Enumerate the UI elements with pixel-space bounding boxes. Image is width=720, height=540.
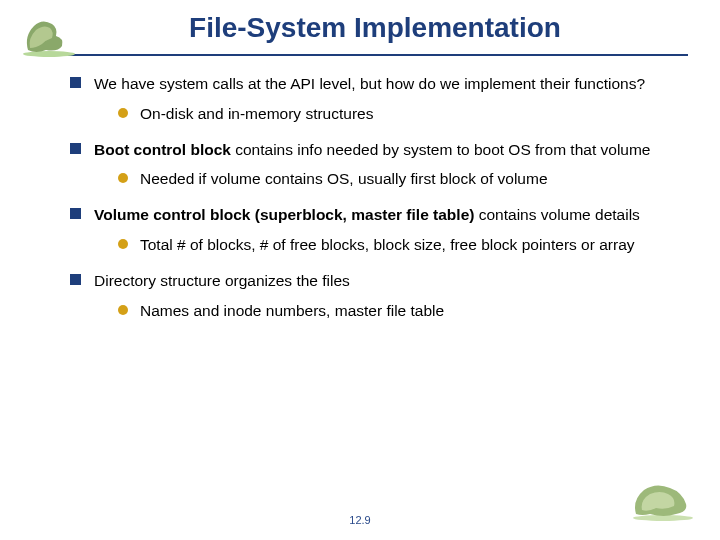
subbullet-text: Total # of blocks, # of free blocks, blo… <box>140 236 635 253</box>
subbullet-block-details: Total # of blocks, # of free blocks, blo… <box>118 235 670 255</box>
slide-number: 12.9 <box>0 514 720 526</box>
bullet-text: contains info needed by system to boot O… <box>235 141 650 158</box>
subbullet-text: On-disk and in-memory structures <box>140 105 373 122</box>
slide-header: File-System Implementation <box>0 0 720 56</box>
bullet-boot-control-block: Boot control block contains info needed … <box>70 140 670 190</box>
bullet-text: Directory structure organizes the files <box>94 272 350 289</box>
bullet-text: contains volume details <box>479 206 640 223</box>
svg-point-0 <box>23 51 75 57</box>
title-underline <box>32 54 688 56</box>
bold-term: Boot control block <box>94 141 235 158</box>
subbullet-text: Needed if volume contains OS, usually fi… <box>140 170 548 187</box>
subbullet-os-volume: Needed if volume contains OS, usually fi… <box>118 169 670 189</box>
dinosaur-logo-top-icon <box>18 16 80 58</box>
slide-title: File-System Implementation <box>0 12 720 44</box>
bullet-text: We have system calls at the API level, b… <box>94 75 645 92</box>
slide-content: We have system calls at the API level, b… <box>0 56 720 321</box>
slide: File-System Implementation We have syste… <box>0 0 720 540</box>
bullet-api-level: We have system calls at the API level, b… <box>70 74 670 124</box>
bullet-volume-control-block: Volume control block (superblock, master… <box>70 205 670 255</box>
subbullet-structures: On-disk and in-memory structures <box>118 104 670 124</box>
bullet-directory-structure: Directory structure organizes the files … <box>70 271 670 321</box>
subbullet-text: Names and inode numbers, master file tab… <box>140 302 444 319</box>
bold-term: Volume control block (superblock, master… <box>94 206 479 223</box>
subbullet-names-inodes: Names and inode numbers, master file tab… <box>118 301 670 321</box>
